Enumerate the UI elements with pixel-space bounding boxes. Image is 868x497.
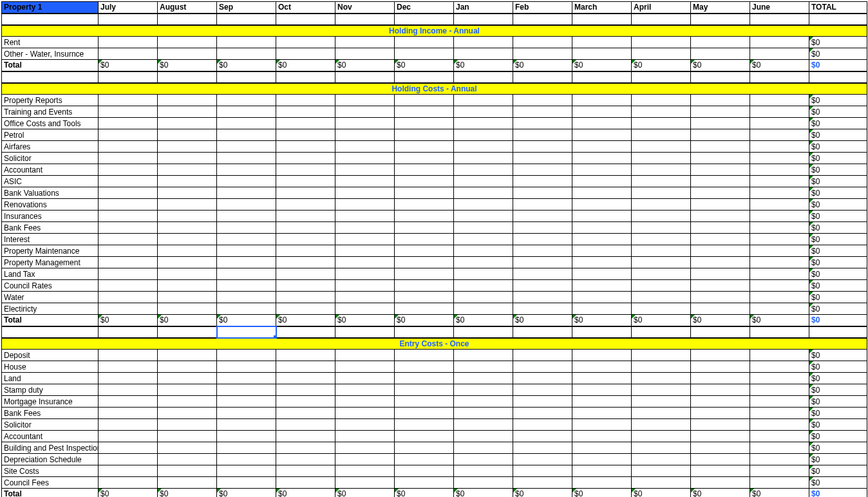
cell[interactable] (217, 37, 276, 48)
cell[interactable] (335, 211, 395, 222)
cell[interactable] (99, 245, 158, 257)
cell[interactable] (276, 361, 335, 373)
cell[interactable] (158, 222, 217, 234)
cell[interactable] (395, 350, 454, 361)
row-total[interactable]: $0 (809, 454, 867, 465)
cell[interactable] (217, 454, 276, 465)
cell[interactable] (513, 106, 572, 118)
cell[interactable] (572, 106, 632, 118)
row-label[interactable]: Rent (2, 37, 99, 48)
cell[interactable] (632, 118, 691, 129)
cell[interactable] (217, 164, 276, 176)
cell[interactable] (395, 280, 454, 292)
row-label[interactable]: Water (2, 292, 99, 303)
cell[interactable] (158, 350, 217, 361)
cell[interactable] (454, 48, 513, 60)
cell[interactable] (691, 442, 750, 454)
cell[interactable] (217, 211, 276, 222)
row-total[interactable]: $0 (809, 477, 867, 489)
cell[interactable] (454, 257, 513, 268)
total-month[interactable]: $0 (335, 489, 395, 498)
row-total[interactable]: $0 (809, 95, 867, 106)
total-month[interactable]: $0 (217, 60, 276, 71)
cell[interactable] (632, 419, 691, 431)
cell[interactable] (750, 245, 809, 257)
cell[interactable] (276, 268, 335, 280)
total-grand[interactable]: $0 (809, 315, 867, 326)
cell[interactable] (158, 153, 217, 164)
cell[interactable] (395, 106, 454, 118)
cell[interactable] (395, 419, 454, 431)
cell[interactable] (158, 95, 217, 106)
cell[interactable] (454, 384, 513, 396)
cell[interactable] (2, 14, 99, 25)
cell[interactable] (632, 257, 691, 268)
cell[interactable] (276, 118, 335, 129)
cell[interactable] (217, 95, 276, 106)
cell[interactable] (276, 419, 335, 431)
cell[interactable] (276, 465, 335, 477)
cell[interactable] (395, 408, 454, 419)
cell[interactable] (750, 222, 809, 234)
cell[interactable] (335, 164, 395, 176)
cell[interactable] (99, 454, 158, 465)
cell[interactable] (335, 454, 395, 465)
row-total[interactable]: $0 (809, 465, 867, 477)
cell[interactable] (276, 95, 335, 106)
total-grand[interactable]: $0 (809, 489, 867, 498)
cell[interactable] (513, 442, 572, 454)
cell[interactable] (572, 442, 632, 454)
total-month[interactable]: $0 (395, 60, 454, 71)
cell[interactable] (276, 14, 335, 25)
cell[interactable] (632, 454, 691, 465)
cell[interactable] (572, 350, 632, 361)
cell[interactable] (572, 268, 632, 280)
row-label[interactable]: Depreciation Schedule (2, 454, 99, 465)
row-total[interactable]: $0 (809, 176, 867, 187)
cell[interactable] (2, 326, 99, 338)
cell[interactable] (454, 129, 513, 141)
cell[interactable] (513, 187, 572, 199)
cell[interactable] (691, 292, 750, 303)
cell[interactable] (750, 419, 809, 431)
cell[interactable] (335, 465, 395, 477)
row-total[interactable]: $0 (809, 153, 867, 164)
cell[interactable] (158, 71, 217, 83)
cell[interactable] (395, 153, 454, 164)
cell[interactable] (691, 361, 750, 373)
cell[interactable] (572, 71, 632, 83)
cell[interactable] (632, 164, 691, 176)
cell[interactable] (395, 222, 454, 234)
cell[interactable] (513, 118, 572, 129)
cell[interactable] (691, 199, 750, 211)
cell[interactable] (691, 419, 750, 431)
total-month[interactable]: $0 (217, 315, 276, 326)
cell[interactable] (691, 48, 750, 60)
cell[interactable] (99, 71, 158, 83)
cell[interactable] (691, 95, 750, 106)
cell[interactable] (276, 106, 335, 118)
cell[interactable] (513, 95, 572, 106)
cell[interactable] (335, 477, 395, 489)
cell[interactable] (335, 384, 395, 396)
cell[interactable] (454, 477, 513, 489)
cell[interactable] (632, 153, 691, 164)
cell[interactable] (632, 199, 691, 211)
cell[interactable] (158, 303, 217, 315)
cell[interactable] (395, 199, 454, 211)
cell[interactable] (454, 164, 513, 176)
row-label[interactable]: Office Costs and Tools (2, 118, 99, 129)
header-total[interactable]: TOTAL (809, 2, 867, 14)
cell[interactable] (691, 257, 750, 268)
cell[interactable] (632, 176, 691, 187)
cell[interactable] (454, 280, 513, 292)
cell[interactable] (217, 48, 276, 60)
cell[interactable] (395, 71, 454, 83)
cell[interactable] (750, 176, 809, 187)
cell[interactable] (276, 37, 335, 48)
row-label[interactable]: Property Management (2, 257, 99, 268)
cell[interactable] (572, 373, 632, 384)
cell[interactable] (99, 465, 158, 477)
cell[interactable] (276, 164, 335, 176)
cell[interactable] (217, 153, 276, 164)
